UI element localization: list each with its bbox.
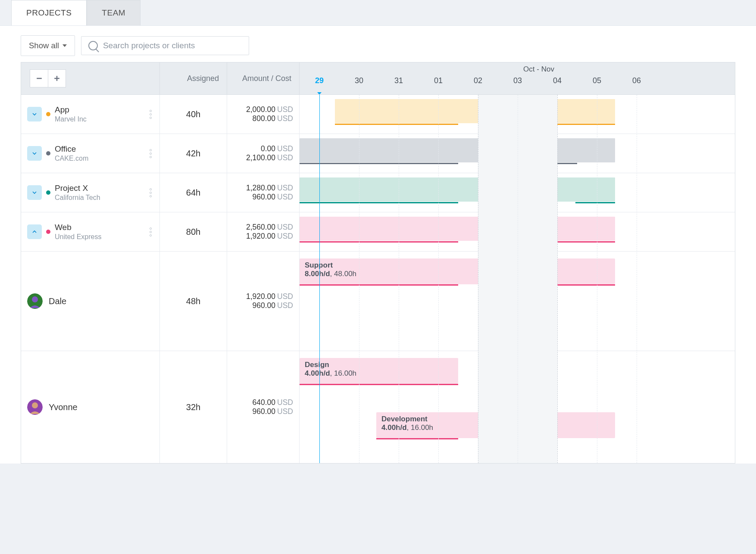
search-field-wrap[interactable] xyxy=(81,36,249,55)
assigned-value: 42h xyxy=(160,134,227,173)
column-assigned: Assigned xyxy=(160,62,227,94)
task-detail: 8.00h/d, 48.00h xyxy=(305,270,610,278)
drag-handle-icon[interactable] xyxy=(148,147,153,160)
timeline-cell[interactable] xyxy=(300,95,735,134)
task-title: Design xyxy=(305,361,453,369)
schedule-bar[interactable] xyxy=(300,177,615,202)
task-detail: 4.00h/d, 16.00h xyxy=(305,369,453,378)
task-bar[interactable]: Support8.00h/d, 48.00h xyxy=(300,258,615,284)
schedule-bar[interactable] xyxy=(300,217,615,241)
project-name: Web xyxy=(55,222,144,233)
project-label[interactable]: OfficeCAKE.com xyxy=(55,144,144,163)
month-range-label: Oct - Nov xyxy=(384,62,694,75)
assignee-name[interactable]: Dale xyxy=(49,296,66,306)
project-client: CAKE.com xyxy=(55,154,144,163)
drag-handle-icon[interactable] xyxy=(148,108,153,121)
timeline-cell[interactable] xyxy=(300,212,735,251)
project-row: WebUnited Express80h2,560.00USD1,920.00U… xyxy=(21,212,735,252)
schedule-bar[interactable] xyxy=(300,138,615,162)
assigned-value: 48h xyxy=(160,252,227,351)
collapse-all-button[interactable] xyxy=(30,69,48,87)
amount-cost-cell: 2,000.00USD800.00USD xyxy=(227,95,300,134)
expand-all-button[interactable] xyxy=(48,69,66,87)
amount-cost-cell: 640.00USD960.00USD xyxy=(227,351,300,463)
toolbar: Show all xyxy=(0,26,756,62)
timeline-cell[interactable] xyxy=(300,134,735,173)
project-client: United Express xyxy=(55,233,144,241)
assigned-value: 80h xyxy=(160,212,227,251)
project-color-dot xyxy=(46,151,50,156)
assignee-row: Yvonne32h640.00USD960.00USDDesign4.00h/d… xyxy=(21,351,735,463)
svg-point-6 xyxy=(32,402,38,408)
project-name: App xyxy=(55,105,144,115)
column-amount: Amount / Cost xyxy=(227,62,300,94)
timeline-cell[interactable]: Design4.00h/d, 16.00hDevelopment4.00h/d,… xyxy=(300,351,735,463)
grid-header: Assigned Amount / Cost Oct - Nov 2930310… xyxy=(21,62,735,94)
expand-controls xyxy=(21,62,160,94)
project-row: AppMarvel Inc40h2,000.00USD800.00USD xyxy=(21,95,735,134)
project-color-dot xyxy=(46,230,50,234)
day-header: 03 xyxy=(498,76,537,93)
timeline-cell[interactable] xyxy=(300,173,735,212)
row-toggle[interactable] xyxy=(27,107,42,121)
svg-point-4 xyxy=(32,296,38,302)
chevron-down-icon xyxy=(62,44,67,47)
day-header: 29 xyxy=(300,76,339,93)
task-bar[interactable]: Design4.00h/d, 16.00h xyxy=(300,358,458,384)
amount-cost-cell: 1,280.00USD960.00USD xyxy=(227,173,300,212)
avatar xyxy=(27,399,43,415)
avatar xyxy=(27,293,43,309)
day-header: 01 xyxy=(419,76,458,93)
project-label[interactable]: Project XCalifornia Tech xyxy=(55,183,144,202)
project-color-dot xyxy=(46,112,50,116)
project-name: Office xyxy=(55,144,144,154)
filter-dropdown[interactable]: Show all xyxy=(21,35,75,56)
today-indicator xyxy=(319,95,320,463)
day-header: 02 xyxy=(458,76,498,93)
day-header: 05 xyxy=(577,76,617,93)
task-title: Development xyxy=(381,415,610,423)
amount-cost-cell: 0.00USD2,100.00USD xyxy=(227,134,300,173)
day-header: 06 xyxy=(617,76,656,93)
assignee-row: Dale48h1,920.00USD960.00USDSupport8.00h/… xyxy=(21,252,735,351)
project-client: California Tech xyxy=(55,193,144,202)
project-row: OfficeCAKE.com42h0.00USD2,100.00USD xyxy=(21,134,735,173)
day-header: 04 xyxy=(537,76,577,93)
assignee-name[interactable]: Yvonne xyxy=(49,402,78,412)
day-header: 31 xyxy=(379,76,419,93)
row-toggle[interactable] xyxy=(27,146,42,161)
filter-label: Show all xyxy=(29,41,59,50)
task-bar[interactable]: Development4.00h/d, 16.00h xyxy=(376,412,615,438)
tab-team[interactable]: TEAM xyxy=(87,0,141,25)
timeline-header: Oct - Nov 293031010203040506 xyxy=(300,62,735,94)
task-detail: 4.00h/d, 16.00h xyxy=(381,423,610,432)
project-label[interactable]: WebUnited Express xyxy=(55,222,144,241)
tabs-bar: PROJECTS TEAM xyxy=(0,0,756,26)
row-toggle[interactable] xyxy=(27,224,42,239)
search-input[interactable] xyxy=(103,41,242,50)
project-color-dot xyxy=(46,190,50,195)
search-icon xyxy=(88,41,98,50)
amount-cost-cell: 2,560.00USD1,920.00USD xyxy=(227,212,300,251)
drag-handle-icon[interactable] xyxy=(148,226,153,238)
project-row: Project XCalifornia Tech64h1,280.00USD96… xyxy=(21,173,735,212)
project-client: Marvel Inc xyxy=(55,115,144,124)
schedule-bar[interactable] xyxy=(335,99,615,123)
day-header: 30 xyxy=(339,76,379,93)
amount-cost-cell: 1,920.00USD960.00USD xyxy=(227,252,300,351)
task-title: Support xyxy=(305,261,610,270)
assigned-value: 64h xyxy=(160,173,227,212)
project-name: Project X xyxy=(55,183,144,193)
row-toggle[interactable] xyxy=(27,185,42,200)
assigned-value: 32h xyxy=(160,351,227,463)
assigned-value: 40h xyxy=(160,95,227,134)
project-label[interactable]: AppMarvel Inc xyxy=(55,105,144,124)
timeline-cell[interactable]: Support8.00h/d, 48.00h xyxy=(300,252,735,351)
tab-projects[interactable]: PROJECTS xyxy=(11,0,87,25)
drag-handle-icon[interactable] xyxy=(148,187,153,199)
